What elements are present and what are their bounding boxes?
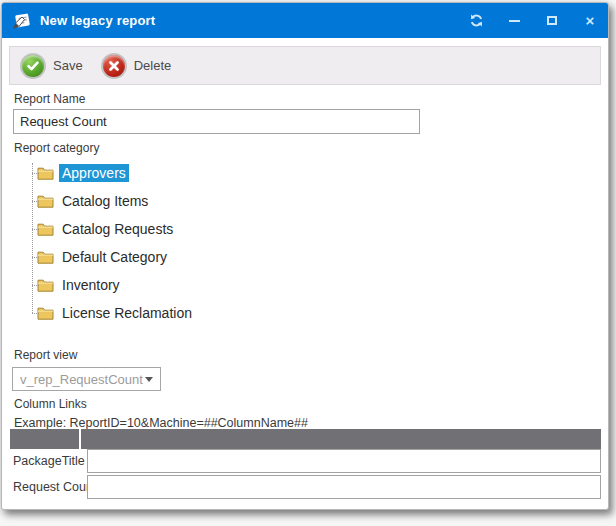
- maximize-button[interactable]: [544, 13, 560, 29]
- packagetitle-row-label: PackageTitle: [13, 454, 85, 468]
- tree-item-label: Catalog Items: [59, 192, 151, 210]
- window-controls: ×: [468, 13, 598, 29]
- desktop-background: New legacy report ×: [0, 0, 616, 526]
- tree-item-label: Default Category: [59, 248, 170, 266]
- close-icon: ×: [586, 13, 595, 28]
- delete-x-icon: [101, 53, 127, 79]
- folder-icon: [37, 250, 54, 264]
- tree-item-label: License Reclamation: [59, 304, 195, 322]
- delete-button[interactable]: Delete: [101, 53, 172, 79]
- tree-item-label: Catalog Requests: [59, 220, 176, 238]
- category-tree: Approvers Catalog Items Catalog Requests: [2, 159, 382, 327]
- tree-item-label: Inventory: [59, 276, 123, 294]
- save-button[interactable]: Save: [20, 53, 83, 79]
- report-view-label: Report view: [14, 348, 77, 362]
- folder-icon: [37, 278, 54, 292]
- minimize-button[interactable]: [506, 13, 522, 29]
- grid-header-cell: [10, 429, 81, 449]
- tree-item-approvers[interactable]: Approvers: [2, 159, 382, 187]
- request-count-input[interactable]: [87, 475, 601, 499]
- request-count-row-label: Request Count: [13, 480, 96, 494]
- refresh-icon: [469, 13, 484, 28]
- column-links-example: Example: ReportID=10&Machine=##ColumnNam…: [14, 416, 308, 430]
- report-view-selected-value: v_rep_RequestCount: [20, 372, 145, 387]
- tree-item-license-reclamation[interactable]: License Reclamation: [2, 299, 382, 327]
- packagetitle-input[interactable]: [87, 449, 601, 473]
- delete-button-label: Delete: [134, 58, 172, 73]
- folder-icon: [37, 194, 54, 208]
- column-links-grid-header: [10, 429, 601, 449]
- folder-icon: [37, 306, 54, 320]
- refresh-button[interactable]: [468, 13, 484, 29]
- report-name-label: Report Name: [14, 92, 85, 106]
- folder-icon: [37, 166, 54, 180]
- close-button[interactable]: ×: [582, 13, 598, 29]
- save-check-icon: [20, 53, 46, 79]
- report-icon: [12, 12, 32, 30]
- column-links-label: Column Links: [14, 397, 87, 411]
- maximize-icon: [547, 16, 557, 25]
- folder-icon: [37, 222, 54, 236]
- chevron-down-icon: [145, 377, 153, 382]
- minimize-icon: [509, 20, 520, 22]
- dialog-window: New legacy report ×: [1, 2, 609, 510]
- window-title: New legacy report: [40, 13, 155, 28]
- tree-item-label: Approvers: [59, 164, 129, 182]
- tree-item-inventory[interactable]: Inventory: [2, 271, 382, 299]
- tree-item-catalog-items[interactable]: Catalog Items: [2, 187, 382, 215]
- toolbar: Save Delete: [9, 46, 601, 85]
- grid-header-cell: [81, 429, 601, 449]
- save-button-label: Save: [53, 58, 83, 73]
- report-view-dropdown[interactable]: v_rep_RequestCount: [12, 367, 161, 391]
- title-bar[interactable]: New legacy report ×: [2, 3, 608, 38]
- report-category-label: Report category: [14, 141, 99, 155]
- report-name-input[interactable]: [13, 109, 420, 134]
- tree-item-default-category[interactable]: Default Category: [2, 243, 382, 271]
- tree-item-catalog-requests[interactable]: Catalog Requests: [2, 215, 382, 243]
